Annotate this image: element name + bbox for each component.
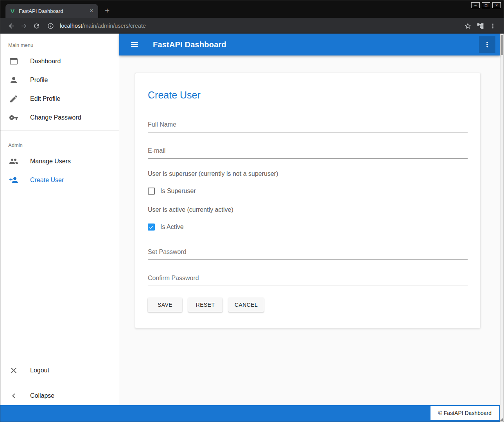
cancel-button[interactable]: CANCEL: [228, 298, 264, 312]
scrollbar-thumb[interactable]: [501, 35, 503, 55]
new-tab-button[interactable]: +: [105, 6, 109, 14]
set-password-field[interactable]: [148, 246, 468, 260]
page: Main menu Dashboard Profile Edit Profile…: [0, 34, 500, 422]
sidebar-section-main-label: Main menu: [0, 34, 119, 52]
info-icon: [47, 23, 54, 29]
extension-icon: [477, 22, 484, 30]
reload-button[interactable]: [30, 20, 43, 32]
email-field[interactable]: [148, 145, 468, 159]
is-active-label: Is Active: [160, 224, 184, 231]
window-close-button[interactable]: ×: [492, 2, 501, 8]
bookmark-button[interactable]: [461, 20, 474, 32]
site-info-button[interactable]: [44, 20, 57, 32]
url-host: localhost: [60, 23, 82, 29]
sidebar-item-label: Change Password: [30, 114, 81, 121]
content-area: Create User User is superuser (currently…: [119, 55, 500, 405]
more-vert-icon: [489, 22, 497, 30]
app-bar-menu-button[interactable]: [479, 36, 495, 53]
main-area: FastAPI Dashboard Create User User is su…: [119, 34, 500, 405]
is-superuser-checkbox[interactable]: [148, 188, 155, 195]
back-button[interactable]: [5, 20, 18, 32]
site-favicon-icon: V: [11, 8, 14, 14]
person-icon: [9, 75, 18, 85]
person-add-icon: [9, 175, 18, 185]
is-superuser-label: Is Superuser: [160, 188, 196, 195]
browser-menu-button[interactable]: [486, 20, 499, 32]
sidebar-item-collapse[interactable]: Collapse: [0, 386, 119, 405]
sidebar-item-dashboard[interactable]: Dashboard: [0, 52, 119, 71]
chevron-left-icon: [9, 391, 18, 401]
key-icon: [9, 113, 18, 122]
people-icon: [9, 157, 18, 166]
window-controls: – □ ×: [471, 2, 501, 8]
window-minimize-button[interactable]: –: [471, 2, 480, 8]
browser-tab[interactable]: V FastAPI Dashboard ×: [5, 4, 98, 18]
sidebar-item-label: Manage Users: [30, 158, 71, 165]
sidebar-item-label: Profile: [30, 77, 48, 84]
is-superuser-checkbox-row[interactable]: Is Superuser: [148, 188, 468, 195]
sidebar-item-change-password[interactable]: Change Password: [0, 108, 119, 127]
address-bar[interactable]: localhost/main/admin/users/create: [44, 20, 461, 32]
sidebar-item-label: Collapse: [30, 392, 54, 399]
copyright-text: © FastAPI Dashboard: [438, 410, 491, 416]
sidebar-item-logout[interactable]: Logout: [0, 361, 119, 380]
app-body: Main menu Dashboard Profile Edit Profile…: [0, 34, 500, 405]
app-footer: © FastAPI Dashboard: [0, 405, 500, 422]
resize-grip: [500, 418, 503, 421]
forward-arrow-icon: [20, 22, 28, 30]
hamburger-menu-button[interactable]: [129, 39, 140, 50]
sidebar-item-label: Logout: [30, 367, 49, 374]
more-vert-icon: [483, 40, 491, 49]
tab-close-icon[interactable]: ×: [88, 7, 95, 14]
vertical-scrollbar[interactable]: [500, 34, 504, 422]
close-icon: [9, 366, 18, 375]
pencil-icon: [9, 94, 18, 104]
reload-icon: [33, 22, 40, 30]
browser-toolbar: localhost/main/admin/users/create: [0, 18, 504, 34]
footer-copyright: © FastAPI Dashboard: [430, 406, 499, 420]
full-name-field[interactable]: [148, 119, 468, 132]
superuser-note: User is superuser (currently is not a su…: [148, 170, 468, 177]
url-path: /main/admin/users/create: [82, 23, 146, 29]
form-actions: SAVE RESET CANCEL: [148, 298, 468, 312]
tab-title: FastAPI Dashboard: [19, 8, 88, 14]
back-arrow-icon: [8, 22, 15, 30]
sidebar-divider: [0, 383, 119, 383]
sidebar-item-label: Edit Profile: [30, 95, 60, 102]
star-icon: [464, 22, 472, 30]
reset-button[interactable]: RESET: [188, 298, 222, 312]
sidebar-item-edit-profile[interactable]: Edit Profile: [0, 89, 119, 108]
extensions-button[interactable]: [474, 20, 486, 32]
check-icon: [149, 224, 154, 230]
url-text: localhost/main/admin/users/create: [60, 23, 146, 29]
page-title: Create User: [148, 89, 468, 101]
create-user-card: Create User User is superuser (currently…: [135, 73, 481, 329]
sidebar-section-admin-label: Admin: [0, 134, 119, 152]
save-button[interactable]: SAVE: [148, 298, 182, 312]
sidebar-item-label: Create User: [30, 177, 64, 184]
dashboard-icon: [9, 57, 18, 66]
app-title: FastAPI Dashboard: [153, 40, 226, 49]
window-maximize-button[interactable]: □: [482, 2, 490, 8]
confirm-password-field[interactable]: [148, 272, 468, 286]
app-bar: FastAPI Dashboard: [119, 34, 500, 55]
sidebar: Main menu Dashboard Profile Edit Profile…: [0, 34, 119, 405]
sidebar-spacer: [0, 190, 119, 361]
hamburger-icon: [130, 40, 139, 49]
is-active-checkbox-row[interactable]: Is Active: [148, 224, 468, 231]
browser-window: V FastAPI Dashboard × + – □ × localhost/…: [0, 0, 504, 422]
sidebar-item-manage-users[interactable]: Manage Users: [0, 152, 119, 171]
is-active-checkbox[interactable]: [148, 224, 155, 231]
forward-button[interactable]: [18, 20, 30, 32]
sidebar-divider: [0, 130, 119, 131]
active-note: User is active (currently active): [148, 206, 468, 213]
sidebar-item-profile[interactable]: Profile: [0, 71, 119, 89]
browser-tab-strip: V FastAPI Dashboard × + – □ ×: [0, 0, 504, 18]
sidebar-item-create-user[interactable]: Create User: [0, 171, 119, 190]
sidebar-item-label: Dashboard: [30, 58, 61, 65]
